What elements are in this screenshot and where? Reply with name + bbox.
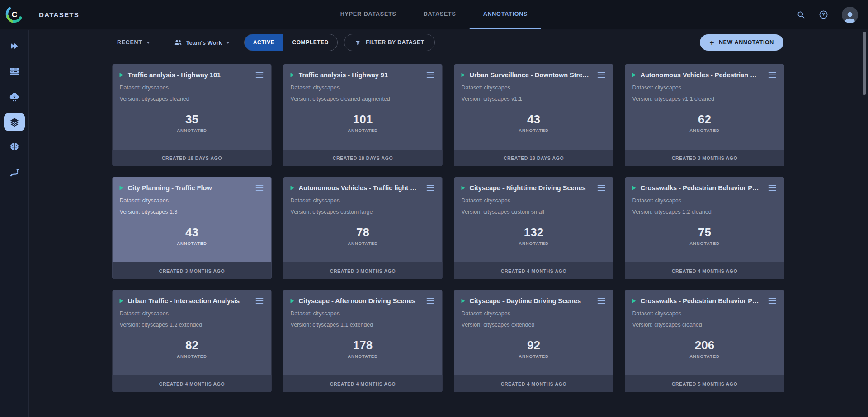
card-created: CREATED 18 DAYS AGO — [283, 150, 443, 166]
card-divider — [632, 221, 776, 221]
card-divider — [120, 334, 264, 334]
new-annotation-button[interactable]: + NEW ANNOTATION — [700, 34, 783, 51]
play-icon — [632, 186, 636, 190]
toolbar: RECENT Team's Work ACTIVE COMPLETED FILT… — [112, 34, 783, 51]
card-version: Version: cityscapes v1.1 — [454, 96, 613, 102]
card-title: Cityscape - Afternoon Driving Scenes — [299, 297, 420, 305]
funnel-icon — [355, 40, 361, 46]
card-title: Traffic analysis - Highway 91 — [299, 71, 420, 79]
user-avatar[interactable] — [842, 7, 858, 23]
card-menu-icon[interactable] — [598, 72, 605, 78]
annotation-card[interactable]: Crosswalks - Pedestrian Behavior P… Data… — [625, 290, 784, 392]
card-count: 43 — [454, 113, 613, 126]
card-menu-icon[interactable] — [598, 298, 605, 304]
card-created: CREATED 4 MONTHS AGO — [454, 375, 613, 392]
card-count: 75 — [625, 226, 784, 239]
card-divider — [632, 108, 776, 108]
tab-hyper-datasets[interactable]: HYPER-DATASETS — [327, 0, 410, 29]
play-icon — [462, 73, 465, 77]
annotation-card[interactable]: Urban Surveillance - Downtown Stre… Data… — [454, 64, 613, 166]
card-title: Autonomous Vehicles - Traffic light … — [299, 184, 420, 192]
card-dataset: Dataset: cityscapes — [625, 84, 784, 91]
sidebar-item-workers[interactable] — [4, 62, 25, 80]
annotation-card[interactable]: Traffic analysis - Highway 101 Dataset: … — [113, 64, 272, 166]
card-menu-icon[interactable] — [769, 72, 776, 78]
card-dataset: Dataset: cityscapes — [625, 197, 784, 204]
card-count: 78 — [283, 226, 443, 239]
help-icon[interactable]: ? — [819, 10, 828, 19]
tab-annotations[interactable]: ANNOTATIONS — [470, 0, 542, 29]
status-toggle: ACTIVE COMPLETED — [244, 34, 338, 51]
search-icon[interactable] — [797, 10, 805, 19]
card-dataset: Dataset: cityscapes — [283, 84, 443, 91]
card-title: Traffic analysis - Highway 101 — [128, 71, 250, 79]
annotation-card[interactable]: Autonomous Vehicles - Pedestrian … Datas… — [625, 64, 784, 166]
card-menu-icon[interactable] — [598, 185, 605, 191]
card-created: CREATED 3 MONTHS AGO — [113, 262, 272, 279]
play-icon — [120, 73, 123, 77]
card-menu-icon[interactable] — [427, 185, 434, 191]
card-menu-icon[interactable] — [256, 298, 264, 304]
clearml-logo-icon: C — [5, 5, 24, 24]
toggle-active[interactable]: ACTIVE — [245, 34, 283, 51]
card-menu-icon[interactable] — [769, 298, 776, 304]
card-menu-icon[interactable] — [256, 185, 264, 191]
card-version: Version: cityscapes cleaned — [625, 322, 784, 328]
team-icon — [174, 39, 182, 47]
card-count: 43 — [113, 226, 272, 239]
card-count: 101 — [283, 113, 443, 126]
card-divider — [291, 334, 434, 334]
layers-icon — [9, 117, 20, 127]
sidebar-item-cloud-compute[interactable] — [4, 88, 25, 106]
sidebar-item-fast-forward[interactable] — [4, 37, 25, 55]
card-created: CREATED 4 MONTHS AGO — [454, 262, 613, 279]
card-menu-icon[interactable] — [427, 72, 434, 78]
sidebar-item-models[interactable] — [4, 138, 25, 156]
toggle-completed[interactable]: COMPLETED — [283, 34, 337, 51]
card-menu-icon[interactable] — [256, 72, 264, 78]
card-menu-icon[interactable] — [427, 298, 434, 304]
card-count-label: ANNOTATED — [454, 241, 613, 246]
card-version: Version: cityscapes custom large — [283, 209, 443, 215]
card-count-label: ANNOTATED — [283, 241, 443, 246]
play-icon — [120, 186, 123, 190]
card-menu-icon[interactable] — [769, 185, 776, 191]
sidebar-item-datasets[interactable] — [4, 113, 25, 131]
annotation-card[interactable]: Cityscape - Daytime Driving Scenes Datas… — [454, 290, 613, 392]
annotation-card[interactable]: Urban Traffic - Intersection Analysis Da… — [113, 290, 272, 392]
brain-icon — [9, 142, 20, 153]
card-count-label: ANNOTATED — [625, 241, 784, 246]
filter-by-dataset-button[interactable]: FILTER BY DATASET — [344, 34, 435, 51]
scrollbar-thumb[interactable] — [863, 32, 866, 95]
app-header: C DATASETS HYPER-DATASETSDATASETSANNOTAT… — [0, 0, 868, 29]
card-title: Crosswalks - Pedestrian Behavior P… — [641, 184, 762, 192]
card-version: Version: cityscapes 1.2 cleaned — [625, 209, 784, 215]
filter-label: FILTER BY DATASET — [366, 39, 424, 46]
sort-dropdown[interactable]: RECENT — [117, 39, 150, 46]
card-title: Urban Surveillance - Downtown Stre… — [470, 71, 591, 79]
card-created: CREATED 18 DAYS AGO — [113, 150, 272, 166]
card-dataset: Dataset: cityscapes — [283, 310, 443, 317]
scope-dropdown[interactable]: Team's Work — [174, 39, 230, 47]
scope-label: Team's Work — [186, 39, 222, 46]
sidebar-item-pipelines[interactable] — [4, 164, 25, 182]
play-icon — [632, 73, 636, 77]
annotation-card[interactable]: City Planning - Traffic Flow Dataset: ci… — [113, 177, 272, 279]
svg-text:C: C — [12, 10, 18, 19]
annotation-card[interactable]: Cityscape - Afternoon Driving Scenes Dat… — [283, 290, 443, 392]
card-count-label: ANNOTATED — [113, 354, 272, 359]
card-title: Cityscape - Daytime Driving Scenes — [470, 297, 591, 305]
card-created: CREATED 5 MONTHS AGO — [625, 375, 784, 392]
card-count: 178 — [283, 339, 443, 352]
annotation-card[interactable]: Traffic analysis - Highway 91 Dataset: c… — [283, 64, 443, 166]
card-dataset: Dataset: cityscapes — [625, 310, 784, 317]
annotation-card[interactable]: Crosswalks - Pedestrian Behavior P… Data… — [625, 177, 784, 279]
card-count: 92 — [454, 339, 613, 352]
card-count: 132 — [454, 226, 613, 239]
card-title: Autonomous Vehicles - Pedestrian … — [641, 71, 762, 79]
annotation-card[interactable]: Autonomous Vehicles - Traffic light … Da… — [283, 177, 443, 279]
annotation-card[interactable]: Cityscape - Nighttime Driving Scenes Dat… — [454, 177, 613, 279]
app-logo[interactable]: C — [0, 0, 29, 29]
svg-text:?: ? — [822, 12, 825, 17]
tab-datasets[interactable]: DATASETS — [410, 0, 470, 29]
